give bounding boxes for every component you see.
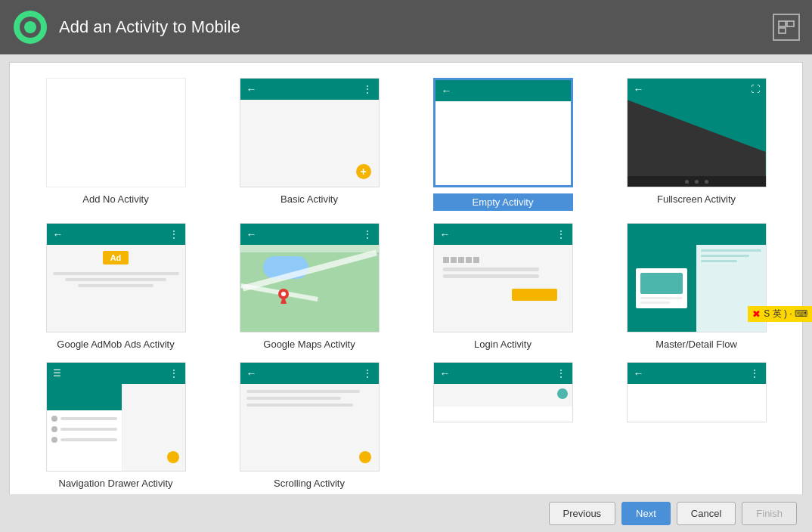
activity-basic-label: Basic Activity (280, 193, 338, 205)
activity-no-activity[interactable]: Add No Activity (25, 78, 206, 211)
header: Add an Activity to Mobile (0, 0, 812, 54)
overflow-dots-icon: ⋮ (169, 368, 179, 379)
android-studio-logo (12, 9, 48, 45)
activity-maps-thumb: ← ⋮ (240, 223, 380, 332)
activity-nav-drawer[interactable]: ☰ ⋮ (25, 362, 206, 489)
activity-scrolling-thumb: ← ⋮ (240, 362, 380, 472)
activity-settings-partial[interactable]: ← ⋮ (412, 362, 594, 489)
footer: Previous Next Cancel Finish (0, 494, 812, 532)
activity-settings-partial-thumb: ← ⋮ (433, 362, 573, 422)
ime-items: S 英 ) · ⌨ (764, 308, 807, 320)
window-icon[interactable] (773, 14, 800, 41)
activity-fullscreen-thumb: ← ⛶ (627, 78, 767, 187)
hamburger-icon: ☰ (53, 368, 61, 379)
overflow-dots-icon: ⋮ (556, 368, 566, 379)
fab-icon (359, 451, 371, 463)
back-arrow-icon: ← (440, 367, 451, 379)
overflow-dots-icon: ⋮ (750, 368, 760, 379)
activity-empty-label: Empty Activity (433, 193, 573, 211)
fab-icon: + (356, 164, 371, 179)
svg-point-2 (24, 21, 36, 33)
svg-point-8 (281, 292, 286, 296)
overflow-dots-icon: ⋮ (169, 229, 179, 240)
ime-close-icon[interactable]: ✖ (752, 308, 761, 320)
activity-scrolling-label: Scrolling Activity (274, 478, 345, 489)
previous-button[interactable]: Previous (549, 502, 616, 525)
overflow-dots-icon: ⋮ (556, 229, 566, 240)
activity-scrolling[interactable]: ← ⋮ Scrolling Activity (218, 362, 400, 489)
activity-basic[interactable]: ← ⋮ + Basic Activity (218, 78, 400, 211)
activity-tabbed-partial-thumb: ← ⋮ (627, 362, 767, 422)
back-arrow-icon: ← (634, 83, 644, 95)
activity-master-detail-label: Master/Detail Flow (655, 339, 737, 350)
activity-grid: Add No Activity ← ⋮ + Basic Activity (22, 75, 790, 492)
back-arrow-icon: ← (634, 367, 644, 379)
activity-nav-drawer-thumb: ☰ ⋮ (46, 362, 186, 472)
activity-empty-thumb: ← (433, 78, 573, 187)
finish-button[interactable]: Finish (742, 502, 797, 525)
activity-tabbed-partial[interactable]: ← ⋮ (606, 362, 787, 489)
expand-icon: ⛶ (751, 84, 760, 94)
activity-login-thumb: ← ⋮ (433, 223, 573, 332)
next-button[interactable]: Next (621, 502, 671, 525)
ime-toolbar: ✖ S 英 ) · ⌨ (748, 306, 812, 322)
activity-admob[interactable]: ← ⋮ Ad Google AdMob Ads Activity (25, 223, 206, 350)
activity-admob-label: Google AdMob Ads Activity (57, 339, 174, 350)
svg-rect-4 (787, 21, 794, 26)
overflow-dots-icon: ⋮ (363, 368, 373, 379)
back-arrow-icon: ← (246, 228, 257, 240)
activity-admob-thumb: ← ⋮ Ad (46, 223, 186, 332)
back-arrow-icon: ← (442, 85, 452, 97)
activity-fullscreen-label: Fullscreen Activity (657, 193, 736, 205)
back-arrow-icon: ← (246, 367, 257, 379)
activity-master-detail[interactable]: Master/Detail Flow (606, 223, 787, 350)
activity-no-activity-thumb (46, 78, 186, 187)
svg-rect-3 (779, 21, 786, 26)
back-arrow-icon: ← (246, 83, 257, 95)
activity-empty[interactable]: ← Empty Activity (412, 78, 594, 211)
back-arrow-icon: ← (53, 228, 64, 240)
activity-basic-thumb: ← ⋮ + (240, 78, 380, 187)
activity-login[interactable]: ← ⋮ (412, 223, 594, 350)
activity-master-detail-thumb (627, 223, 767, 332)
activity-no-activity-label: Add No Activity (82, 193, 148, 205)
activity-maps[interactable]: ← ⋮ (218, 223, 400, 350)
activity-fullscreen[interactable]: ← ⛶ Fullscreen Activity (606, 78, 787, 211)
header-title: Add an Activity to Mobile (59, 17, 240, 37)
activity-maps-label: Google Maps Activity (263, 339, 355, 350)
cancel-button[interactable]: Cancel (677, 502, 736, 525)
activity-nav-drawer-label: Navigation Drawer Activity (59, 478, 173, 489)
svg-rect-5 (779, 28, 786, 33)
activity-login-label: Login Activity (474, 339, 532, 350)
overflow-dots-icon: ⋮ (363, 84, 373, 94)
overflow-dots-icon: ⋮ (363, 229, 373, 240)
activity-selector: Add No Activity ← ⋮ + Basic Activity (9, 62, 803, 500)
back-arrow-icon: ← (440, 228, 451, 240)
